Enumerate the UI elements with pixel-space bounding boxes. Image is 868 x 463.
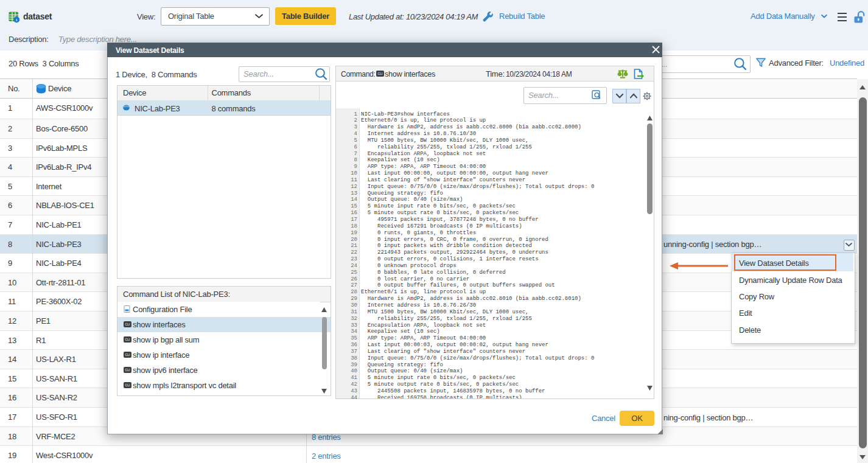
svg-text:i: i bbox=[16, 18, 17, 23]
